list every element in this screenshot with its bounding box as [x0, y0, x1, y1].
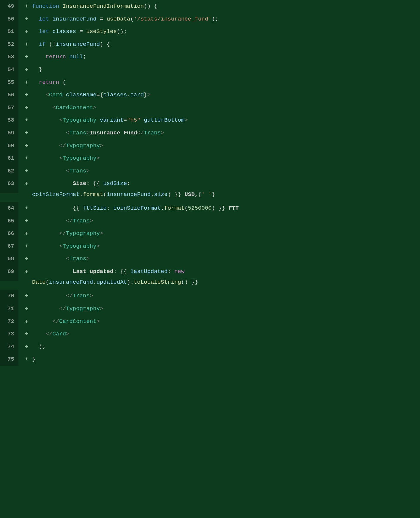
diff-line[interactable]: 54+ }	[0, 63, 420, 76]
code-content[interactable]: </Typography>	[31, 302, 420, 315]
code-token: function	[32, 3, 59, 10]
code-token: "h5"	[127, 117, 140, 123]
diff-line[interactable]: 57+ <CardContent>	[0, 101, 420, 114]
diff-line[interactable]: 56+ <Card className={classes.card}>	[0, 89, 420, 101]
code-content[interactable]: <Trans>	[31, 165, 420, 178]
code-token	[63, 92, 66, 98]
code-token: =	[124, 117, 127, 123]
diff-line[interactable]: 52+ if (!insuranceFund) {	[0, 38, 420, 51]
diff-line[interactable]: 71+ </Typography>	[0, 302, 420, 315]
code-content[interactable]: <Card className={classes.card}>	[31, 89, 420, 101]
diff-line[interactable]: 66+ </Typography>	[0, 227, 420, 240]
code-content[interactable]: <Typography>	[31, 240, 420, 253]
diff-marker-added: +	[23, 165, 31, 178]
diff-line[interactable]: 68+ <Trans>	[0, 252, 420, 265]
diff-line[interactable]: 62+ <Trans>	[0, 165, 420, 178]
code-token: null	[69, 54, 83, 60]
code-content[interactable]: <Typography variant="h5" gutterBottom>	[31, 114, 420, 127]
code-token: >	[161, 130, 164, 136]
code-content[interactable]: if (!insuranceFund) {	[31, 38, 420, 51]
code-content[interactable]: <CardContent>	[31, 101, 420, 114]
code-content[interactable]: Date(insuranceFund.updatedAt).toLocaleSt…	[31, 278, 420, 289]
code-token: CardContent	[56, 104, 93, 111]
diff-line[interactable]: 60+ </Typography>	[0, 139, 420, 152]
code-token: card	[130, 92, 144, 98]
code-token: format	[83, 191, 103, 198]
diff-marker-added: +	[23, 127, 31, 139]
code-content[interactable]: }	[31, 63, 420, 76]
code-content[interactable]: let insuranceFund = useData('/stats/insu…	[31, 13, 420, 26]
diff-marker-added: +	[23, 302, 31, 315]
code-content[interactable]: }	[31, 353, 420, 366]
diff-line[interactable]: 70+ </Trans>	[0, 290, 420, 302]
diff-line[interactable]: 53+ return null;	[0, 51, 420, 63]
diff-line[interactable]: 64+ {{ fttSize: coinSizeFormat.format(52…	[0, 202, 420, 215]
code-token: }	[144, 92, 147, 98]
diff-marker-added: +	[23, 202, 31, 215]
diff-line[interactable]: 65+ </Trans>	[0, 215, 420, 227]
code-content[interactable]: return (	[31, 76, 420, 89]
code-content[interactable]: coinSizeFormat.format(insuranceFund.size…	[31, 190, 420, 201]
code-content[interactable]: );	[31, 340, 420, 353]
diff-line[interactable]: 55+ return (	[0, 76, 420, 89]
code-content[interactable]: </Typography>	[31, 227, 420, 240]
code-content[interactable]: function InsuranceFundInformation() {	[31, 0, 420, 13]
code-content[interactable]: let classes = useStyles();	[31, 25, 420, 38]
code-token: {{	[120, 268, 130, 275]
code-token: toLocaleString	[134, 279, 181, 285]
code-token: let	[39, 28, 49, 35]
code-content[interactable]: <Trans>	[31, 252, 420, 265]
code-token: <	[59, 243, 62, 249]
diff-line-continuation[interactable]: +coinSizeFormat.format(insuranceFund.siz…	[0, 190, 420, 202]
diff-line[interactable]: 61+ <Typography>	[0, 152, 420, 165]
code-content[interactable]: </Typography>	[31, 139, 420, 152]
line-number: 59	[0, 127, 18, 139]
code-token: Typography	[66, 142, 100, 149]
code-content[interactable]: Size: {{ usdSize:	[31, 177, 420, 190]
code-token: return	[46, 54, 66, 60]
code-content[interactable]: Last updated: {{ lastUpdated: new	[31, 265, 420, 278]
diff-marker-added: +	[23, 290, 31, 302]
code-token: </	[59, 142, 66, 149]
code-token: >	[90, 218, 93, 224]
code-content[interactable]: <Trans>Insurance Fund</Trans>	[31, 127, 420, 139]
diff-line[interactable]: 67+ <Typography>	[0, 240, 420, 253]
diff-line[interactable]: 69+ Last updated: {{ lastUpdated: new	[0, 265, 420, 278]
code-content[interactable]: </Card>	[31, 328, 420, 340]
code-token: {	[198, 191, 201, 198]
diff-line[interactable]: 50+ let insuranceFund = useData('/stats/…	[0, 13, 420, 26]
code-token: Size:	[73, 180, 93, 187]
diff-line[interactable]: 51+ let classes = useStyles();	[0, 25, 420, 38]
diff-line[interactable]: 63+ Size: {{ usdSize:	[0, 177, 420, 190]
code-token	[59, 79, 62, 86]
code-token: >	[100, 142, 103, 149]
diff-marker-added: +	[23, 328, 31, 340]
code-token	[103, 41, 106, 48]
diff-line[interactable]: 74+ );	[0, 340, 420, 353]
diff-line[interactable]: 58+ <Typography variant="h5" gutterBotto…	[0, 114, 420, 127]
line-number: 52	[0, 38, 18, 51]
line-number: 53	[0, 51, 18, 63]
code-token: <	[59, 155, 62, 161]
code-token: let	[39, 16, 49, 22]
code-token	[46, 41, 49, 48]
code-token: (	[46, 279, 49, 285]
code-token: classes	[52, 28, 76, 35]
diff-line[interactable]: 49+function InsuranceFundInformation() {	[0, 0, 420, 13]
code-token	[140, 117, 144, 123]
code-token: .	[151, 191, 154, 198]
code-token: >	[97, 155, 100, 161]
code-content[interactable]: </Trans>	[31, 290, 420, 302]
diff-line[interactable]: 59+ <Trans>Insurance Fund</Trans>	[0, 127, 420, 139]
diff-line-continuation[interactable]: +Date(insuranceFund.updatedAt).toLocaleS…	[0, 278, 420, 290]
code-token: lastUpdated	[130, 268, 168, 275]
diff-line[interactable]: 72+ </CardContent>	[0, 315, 420, 328]
diff-line[interactable]: 73+ </Card>	[0, 328, 420, 340]
code-content[interactable]: {{ fttSize: coinSizeFormat.format(525000…	[31, 202, 420, 215]
code-token: USD,	[181, 191, 198, 198]
code-content[interactable]: </CardContent>	[31, 315, 420, 328]
diff-line[interactable]: 75+}	[0, 353, 420, 366]
code-content[interactable]: </Trans>	[31, 215, 420, 227]
code-content[interactable]: return null;	[31, 51, 420, 63]
code-content[interactable]: <Typography>	[31, 152, 420, 165]
